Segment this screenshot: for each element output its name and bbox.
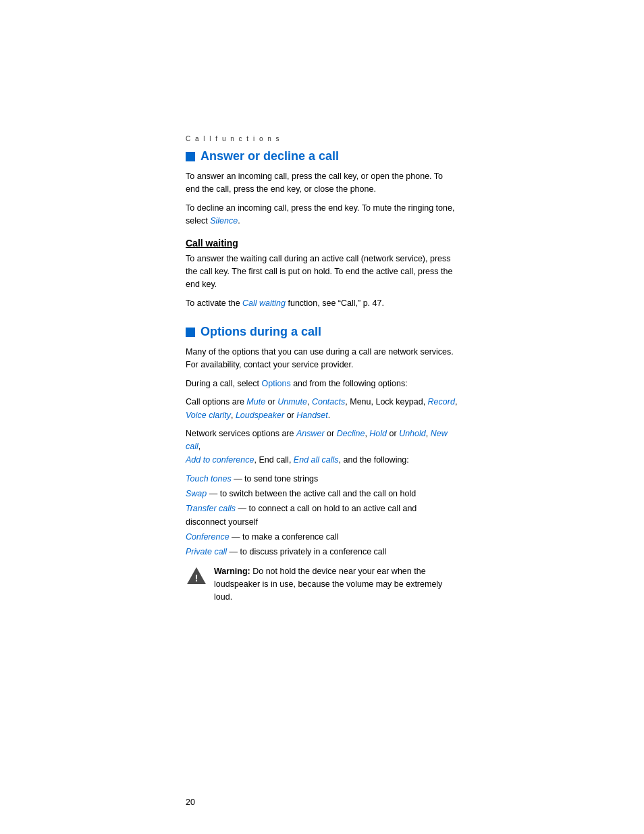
private-call-link[interactable]: Private call (186, 547, 227, 556)
call-waiting-link[interactable]: Call waiting (242, 298, 286, 308)
add-to-conference-link[interactable]: Add to conference (186, 455, 254, 465)
options-para2: During a call, select Options and from t… (186, 377, 458, 390)
swap-text: — to switch between the active call and … (207, 489, 416, 498)
answer-para1: To answer an incoming call, press the ca… (186, 170, 458, 197)
conference-link[interactable]: Conference (186, 532, 230, 542)
answer-para2-after: . (238, 216, 240, 226)
conference-item: Conference — to make a conference call (186, 530, 458, 544)
call-options-before: Call options are (186, 397, 246, 407)
mute-link[interactable]: Mute (246, 397, 265, 407)
answer-section: Answer or decline a call To answer an in… (186, 149, 458, 310)
options-section: Options during a call Many of the option… (186, 325, 458, 603)
call-waiting-para1: To answer the waiting call during an act… (186, 253, 458, 292)
warning-label: Warning: (214, 567, 250, 576)
network-options-line: Network services options are Answer or D… (186, 427, 458, 467)
options-para2-before: During a call, select (186, 379, 262, 388)
loudspeaker-link[interactable]: Loudspeaker (236, 411, 284, 420)
warning-icon: ! (186, 565, 207, 587)
end-all-calls-link[interactable]: End all calls (294, 455, 339, 465)
call-waiting-para2-before: To activate the (186, 298, 242, 308)
answer-para2: To decline an incoming call, press the e… (186, 202, 458, 228)
transfer-calls-link[interactable]: Transfer calls (186, 504, 236, 513)
decline-link[interactable]: Decline (337, 429, 365, 438)
blue-square-icon (186, 152, 195, 161)
page-content: C a l l f u n c t i o n s Answer or decl… (0, 0, 644, 658)
unhold-link[interactable]: Unhold (399, 429, 426, 438)
options-section-title: Options during a call (186, 325, 458, 339)
blue-square-icon-2 (186, 328, 195, 337)
options-para1: Many of the options that you can use dur… (186, 346, 458, 372)
hold-link[interactable]: Hold (369, 429, 387, 438)
touch-tones-item: Touch tones — to send tone strings (186, 472, 458, 486)
silence-link[interactable]: Silence (210, 216, 238, 226)
unmute-link[interactable]: Unmute (277, 397, 307, 407)
call-waiting-para2: To activate the Call waiting function, s… (186, 297, 458, 310)
swap-item: Swap — to switch between the active call… (186, 487, 458, 500)
record-link[interactable]: Record (428, 397, 455, 407)
warning-text: Warning: Do not hold the device near you… (214, 565, 458, 603)
contacts-link[interactable]: Contacts (312, 397, 345, 407)
touch-tones-link[interactable]: Touch tones (186, 474, 232, 484)
answer-section-title: Answer or decline a call (186, 149, 458, 163)
voice-clarity-link[interactable]: Voice clarity (186, 411, 231, 420)
private-call-text: — to discuss privately in a conference c… (227, 547, 386, 556)
options-link[interactable]: Options (262, 379, 291, 388)
conference-text: — to make a conference call (230, 532, 339, 542)
answer-link[interactable]: Answer (296, 429, 325, 438)
swap-link[interactable]: Swap (186, 489, 207, 498)
call-waiting-title: Call waiting (186, 238, 458, 249)
warning-box: ! Warning: Do not hold the device near y… (186, 565, 458, 603)
svg-text:!: ! (195, 573, 198, 583)
private-call-item: Private call — to discuss privately in a… (186, 545, 458, 558)
call-options-line: Call options are Mute or Unmute, Contact… (186, 396, 458, 422)
options-para2-after: and from the following options: (291, 379, 408, 388)
call-waiting-para2-after: function, see “Call,” p. 47. (286, 298, 384, 308)
page-number: 20 (186, 798, 195, 807)
section-label: C a l l f u n c t i o n s (186, 135, 458, 142)
touch-tones-text: — to send tone strings (232, 474, 319, 484)
handset-link[interactable]: Handset (296, 411, 328, 420)
transfer-calls-item: Transfer calls — to connect a call on ho… (186, 502, 458, 529)
